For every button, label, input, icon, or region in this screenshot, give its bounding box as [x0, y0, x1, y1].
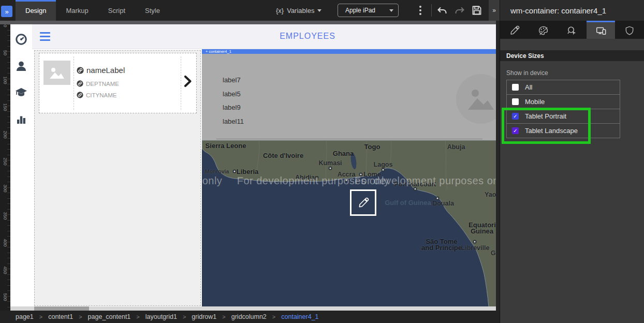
list-widget-column[interactable]: nameLabel DEPTNAME CIT — [34, 50, 201, 306]
ruler-mark: 150 — [3, 103, 8, 111]
ruler-mark: 0 — [3, 22, 8, 30]
app-left-nav — [10, 24, 32, 306]
bind-icon — [77, 67, 84, 74]
selection-title-bar[interactable]: + container4_1 — [202, 49, 496, 54]
tab-security[interactable] — [615, 21, 644, 39]
breadcrumb-item-page1[interactable]: page1 — [16, 313, 34, 320]
device-option-row[interactable]: Mobile — [507, 94, 620, 109]
map-coastline — [202, 140, 496, 306]
map-label-abuja: Abuja — [447, 143, 465, 151]
panel-title: wm-container: container4_1 — [500, 0, 644, 21]
checkbox[interactable]: ✓ — [512, 127, 519, 134]
breadcrumb-item-page_content1[interactable]: page_content1 — [88, 313, 131, 320]
scrollbar-handle[interactable] — [34, 306, 89, 311]
horizontal-ruler — [0, 21, 496, 24]
breadcrumb-item-container4_1[interactable]: container4_1 — [281, 313, 318, 320]
list-item-template[interactable]: nameLabel DEPTNAME CIT — [39, 53, 197, 113]
city-marker — [329, 167, 332, 170]
left-collapse-button[interactable]: » — [1, 6, 12, 17]
ruler-mark: 350 — [3, 212, 8, 220]
breadcrumb-separator-icon: > — [183, 314, 186, 320]
city-marker — [473, 240, 477, 244]
save-button[interactable] — [471, 4, 483, 17]
show-in-device-label: Show in device — [506, 69, 644, 77]
variables-dropdown[interactable]: {x} Variables — [276, 0, 321, 21]
double-chevron-right-icon: » — [492, 7, 496, 14]
cursor-search-icon — [566, 25, 577, 36]
card-divider — [181, 56, 181, 110]
widget-label9[interactable]: label9 — [223, 104, 241, 111]
more-options-button[interactable] — [416, 4, 425, 17]
tab-styles[interactable] — [529, 21, 558, 39]
map-watermark: only — [202, 175, 223, 187]
city-marker — [233, 170, 237, 173]
breadcrumb-item-gridcolumn2[interactable]: gridcolumn2 — [231, 313, 267, 320]
ruler-mark: 50 — [3, 49, 8, 57]
device-option-row[interactable]: ✓Tablet Landscape — [507, 123, 620, 138]
wavemaker-designer: » Design Markup Script Style {x} Variabl… — [0, 0, 644, 323]
dept-label: DEPTNAME — [86, 81, 119, 87]
widget-label11[interactable]: label11 — [223, 118, 244, 125]
tab-script[interactable]: Script — [98, 0, 135, 21]
chevron-right-icon[interactable] — [184, 75, 192, 90]
image-placeholder-icon — [43, 61, 70, 85]
breadcrumb-separator-icon: > — [272, 314, 275, 320]
pencil-icon — [358, 197, 369, 209]
widget-label7[interactable]: label7 — [223, 76, 241, 84]
dashboard-gauge-icon[interactable] — [15, 33, 27, 46]
checkbox[interactable]: ✓ — [512, 113, 519, 120]
bind-icon — [77, 80, 83, 87]
tab-properties[interactable] — [500, 21, 529, 39]
redo-button[interactable] — [453, 4, 466, 17]
tab-design[interactable]: Design — [16, 0, 56, 21]
selected-container[interactable]: + container4_1 label7 label5 label9 labe… — [202, 49, 496, 306]
panel-tabs — [500, 21, 644, 39]
widget-label5[interactable]: label5 — [223, 90, 241, 98]
map-label-monrovia: Monrovia — [205, 168, 229, 174]
device-option-label: Tablet Landscape — [525, 127, 578, 135]
ruler-mark: 250 — [3, 157, 8, 166]
checkbox[interactable] — [512, 84, 519, 91]
tab-events[interactable] — [558, 21, 587, 39]
palette-icon — [538, 25, 549, 36]
canvas-right-gutter — [496, 21, 500, 311]
device-options-list: AllMobile✓Tablet Portrait✓Tablet Landsca… — [506, 80, 620, 138]
chevron-down-icon — [317, 9, 321, 12]
list-item-name-row[interactable]: nameLabel — [77, 66, 125, 75]
map-label-lagos: Lagos — [374, 161, 393, 168]
city-marker — [382, 168, 385, 172]
bar-chart-icon[interactable] — [15, 113, 27, 125]
breadcrumb-item-content1[interactable]: content1 — [48, 313, 73, 320]
list-item-city-row[interactable]: CITYNAME — [77, 92, 116, 98]
section-header-device-sizes: Device Sizes — [500, 50, 644, 61]
device-option-row[interactable]: ✓Tablet Portrait — [507, 109, 620, 123]
map-edit-button[interactable] — [350, 189, 376, 216]
graduation-cap-icon[interactable] — [15, 86, 27, 98]
hamburger-menu-icon[interactable] — [40, 32, 50, 41]
devices-icon — [595, 25, 607, 36]
picture-placeholder-icon[interactable] — [456, 74, 496, 124]
map-label-libreville: Libreville — [461, 244, 490, 252]
map-label-kumasi: Kumasi — [318, 159, 342, 167]
pencil-icon — [509, 25, 520, 36]
city-label: CITYNAME — [86, 92, 116, 98]
google-map-widget[interactable]: Sierra LeoneCôte d'IvoireGhanaTogoAbujaM… — [202, 140, 496, 306]
list-item-dept-row[interactable]: DEPTNAME — [77, 80, 119, 87]
breadcrumb-item-layoutgrid1[interactable]: layoutgrid1 — [145, 313, 177, 320]
ruler-mark: 100 — [3, 76, 8, 84]
undo-icon — [436, 4, 448, 17]
device-option-row[interactable]: All — [507, 80, 620, 94]
checkbox[interactable] — [512, 98, 519, 105]
breadcrumb-item-gridrow1[interactable]: gridrow1 — [192, 313, 216, 320]
horizontal-scrollbar[interactable] — [10, 306, 496, 311]
tab-markup[interactable]: Markup — [56, 0, 98, 21]
device-preview-select[interactable]: Apple iPad — [338, 4, 399, 17]
ruler-mark: 300 — [3, 184, 8, 193]
tab-device-sizes[interactable] — [587, 21, 616, 39]
container-body[interactable]: label7 label5 label9 label11 — [202, 54, 496, 140]
tab-style[interactable]: Style — [135, 0, 170, 21]
undo-button[interactable] — [436, 4, 448, 17]
right-panel-toggle[interactable]: » — [489, 0, 500, 21]
user-icon[interactable] — [15, 60, 27, 72]
breadcrumb-separator-icon: > — [79, 314, 82, 320]
